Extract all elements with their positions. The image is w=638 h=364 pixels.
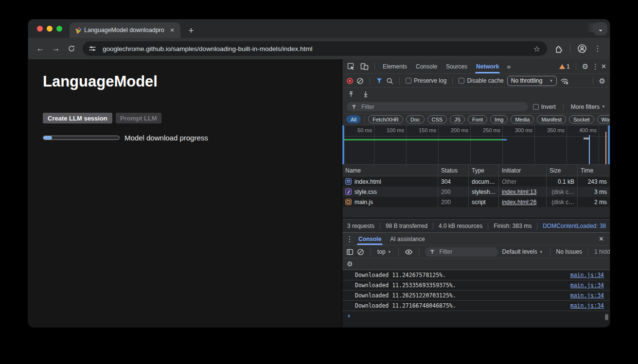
type-filter-manifest[interactable]: Manifest	[537, 115, 566, 123]
console-prompt[interactable]: ›	[342, 311, 610, 321]
network-overview-timeline[interactable]: 50 ms 100 ms 150 ms 200 ms 250 ms 300 ms…	[342, 125, 610, 165]
type-filter-font[interactable]: Font	[468, 115, 487, 123]
network-settings-gear-icon[interactable]: ⚙	[599, 77, 605, 85]
inspect-element-button[interactable]	[346, 63, 356, 70]
type-filter-socket[interactable]: Socket	[569, 115, 594, 123]
type-filter-js[interactable]: JS	[450, 115, 465, 123]
maximize-window-button[interactable]	[56, 26, 62, 32]
live-expression-button[interactable]	[405, 248, 413, 256]
drawer-tab-ai-assistance[interactable]: AI assistance	[386, 233, 429, 245]
preserve-log-control[interactable]: Preserve log	[406, 77, 446, 84]
more-panels-icon[interactable]: »	[504, 63, 513, 70]
type-filter-wasm[interactable]: Wasm	[597, 115, 610, 123]
column-header-status[interactable]: Status	[438, 165, 469, 176]
console-source-link[interactable]: main.js:34	[570, 272, 604, 278]
issues-status[interactable]: No Issues	[556, 248, 582, 255]
url-text[interactable]: googlechrome.github.io/samples/downloadi…	[103, 45, 527, 52]
tab-network[interactable]: Network	[473, 59, 502, 73]
initiator-link[interactable]: index.html:13	[502, 189, 536, 195]
column-header-initiator[interactable]: Initiator	[499, 165, 547, 176]
url-bar[interactable]: googlechrome.github.io/samples/downloadi…	[83, 41, 547, 56]
devtools-menu-kebab-icon[interactable]: ⋮	[592, 62, 598, 71]
console-source-link[interactable]: main.js:34	[570, 282, 604, 289]
hidden-messages-count[interactable]: 1 hidden	[594, 248, 610, 255]
issues-warning[interactable]: 1	[559, 63, 570, 70]
drawer-menu-kebab-icon[interactable]: ⋮	[345, 235, 354, 243]
import-har-button[interactable]	[348, 91, 354, 98]
column-header-time[interactable]: Time	[578, 165, 610, 176]
column-header-name[interactable]: Name	[342, 165, 438, 176]
device-toolbar-button[interactable]	[358, 62, 370, 70]
reload-button[interactable]	[64, 41, 79, 56]
console-filter-field[interactable]	[425, 247, 498, 257]
tab-sources[interactable]: Sources	[443, 59, 471, 73]
site-settings-icon[interactable]	[87, 43, 98, 54]
browser-menu-button[interactable]: ⋮	[590, 41, 605, 56]
create-llm-session-button[interactable]: Create LLM session	[43, 113, 112, 123]
execution-context-select[interactable]: top ▼	[376, 248, 392, 255]
clear-console-button[interactable]	[357, 248, 364, 256]
record-network-log-button[interactable]	[347, 78, 353, 84]
console-sidebar-button[interactable]	[346, 248, 354, 256]
type-filter-img[interactable]: Img	[490, 115, 508, 123]
disable-cache-checkbox[interactable]	[459, 78, 464, 84]
console-message[interactable]: Downloaded 11.27166748046875%. main.js:3…	[342, 300, 610, 311]
log-levels-select[interactable]: Default levels ▼	[501, 248, 544, 255]
timeline-left-handle[interactable]	[342, 125, 344, 164]
console-source-link[interactable]: main.js:34	[570, 302, 604, 309]
column-header-size[interactable]: Size	[547, 165, 578, 176]
devtools-close-icon[interactable]: ✕	[601, 63, 606, 70]
prompt-llm-button[interactable]: Prompt LLM	[116, 113, 161, 123]
extensions-button[interactable]	[550, 41, 566, 56]
console-message[interactable]: Downloaded 11.24267578125%. main.js:34	[342, 270, 610, 280]
browser-tab[interactable]: LanguageModel downloadpro ✕	[70, 22, 180, 38]
drawer-tab-console[interactable]: Console	[354, 233, 386, 245]
network-filter-field[interactable]	[347, 102, 528, 111]
table-row[interactable]: style.css 200 stylesh… index.html:13 (di…	[342, 187, 610, 197]
close-window-button[interactable]	[37, 26, 43, 32]
initiator-link[interactable]: index.html:26	[502, 199, 536, 206]
search-network-button[interactable]	[386, 77, 393, 85]
more-filters-button[interactable]: More filters ▼	[571, 104, 605, 110]
drawer-close-icon[interactable]: ✕	[599, 235, 607, 243]
tab-strip: LanguageModel downloadpro ✕ + ⌄	[28, 19, 610, 38]
tab-close-icon[interactable]: ✕	[168, 26, 176, 34]
type-filter-doc[interactable]: Doc	[406, 115, 425, 123]
invert-control[interactable]: Invert	[533, 104, 556, 110]
console-scrollbar-thumb[interactable]	[605, 314, 608, 320]
throttling-value: No throttling	[511, 77, 543, 84]
type-filter-all[interactable]: All	[346, 115, 361, 123]
tab-elements[interactable]: Elements	[379, 59, 410, 73]
back-button[interactable]: ←	[33, 41, 48, 56]
invert-checkbox[interactable]	[533, 104, 539, 110]
timeline-right-handle[interactable]	[608, 125, 610, 164]
console-message[interactable]: Downloaded 11.25335693359375%. main.js:3…	[342, 280, 610, 290]
disable-cache-control[interactable]: Disable cache	[459, 77, 503, 84]
stylesheet-file-icon	[345, 189, 352, 195]
clear-network-log-button[interactable]	[356, 77, 364, 85]
console-source-link[interactable]: main.js:34	[570, 292, 604, 299]
tab-console[interactable]: Console	[412, 59, 441, 73]
table-row[interactable]: main.js 200 script index.html:26 (disk c…	[342, 197, 610, 207]
type-filter-css[interactable]: CSS	[427, 115, 447, 123]
profile-button[interactable]	[574, 41, 590, 56]
filter-toggle-button[interactable]	[376, 77, 383, 84]
throttling-select[interactable]: No throttling ▼	[507, 76, 557, 86]
type-filter-media[interactable]: Media	[511, 115, 534, 123]
type-filter-fetch-xhr[interactable]: Fetch/XHR	[368, 115, 403, 123]
export-har-button[interactable]	[362, 91, 369, 98]
column-header-type[interactable]: Type	[469, 165, 499, 176]
console-settings-gear-icon[interactable]: ⚙	[347, 260, 353, 267]
network-conditions-button[interactable]	[560, 77, 568, 85]
console-filter-input[interactable]	[439, 248, 494, 256]
network-filter-input[interactable]	[360, 103, 524, 111]
new-tab-button[interactable]: +	[184, 23, 198, 38]
minimize-window-button[interactable]	[47, 26, 53, 32]
table-row[interactable]: index.html 304 docum… Other 0.1 kB 243 m…	[342, 176, 610, 187]
forward-button[interactable]: →	[48, 41, 64, 56]
devtools-settings-gear-icon[interactable]: ⚙	[582, 63, 588, 70]
bookmark-star-icon[interactable]: ☆	[532, 44, 542, 53]
tab-search-button[interactable]: ⌄	[594, 22, 607, 35]
preserve-log-checkbox[interactable]	[406, 78, 411, 84]
console-message[interactable]: Downloaded 11.26251220703125%. main.js:3…	[342, 290, 610, 300]
